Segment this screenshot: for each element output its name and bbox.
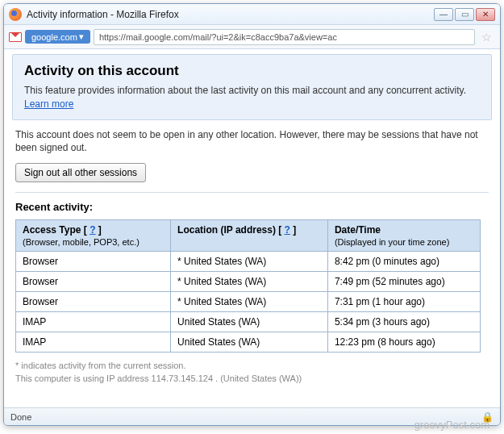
cell-datetime: 7:31 pm (1 hour ago) [327,292,480,312]
gmail-icon [9,32,22,42]
bookmark-star-icon[interactable]: ☆ [478,31,495,44]
cell-access: Browser [16,252,171,272]
col-location: Location (IP address) [ ? ] [171,220,328,252]
table-row: Browser* United States (WA)7:49 pm (52 m… [16,272,481,292]
session-status-text: This account does not seem to be open in… [15,128,489,156]
close-button[interactable]: ✕ [476,8,495,21]
help-location-link[interactable]: ? [285,224,290,236]
status-bar: Done 🔒 [4,407,500,425]
address-bar-row: google.com ▾ https://mail.google.com/mai… [4,25,500,49]
cell-location: * United States (WA) [171,292,328,312]
table-row: Browser* United States (WA)8:42 pm (0 mi… [16,252,481,272]
firefox-icon [9,8,22,21]
cell-location: United States (WA) [171,312,328,332]
cell-location: * United States (WA) [171,272,328,292]
site-identity-pill[interactable]: google.com ▾ [25,30,90,44]
maximize-button[interactable]: ▭ [455,8,474,21]
col-datetime: Date/Time (Displayed in your time zone) [327,220,480,252]
cell-access: IMAP [16,332,171,353]
window-titlebar[interactable]: Activity information - Mozilla Firefox —… [4,4,500,25]
table-header-row: Access Type [ ? ] (Browser, mobile, POP3… [16,220,481,252]
window-controls: — ▭ ✕ [434,8,495,21]
minimize-button[interactable]: — [434,8,453,21]
site-identity-label: google.com [31,32,77,42]
cell-access: Browser [16,272,171,292]
cell-datetime: 12:23 pm (8 hours ago) [327,332,480,353]
cell-datetime: 8:42 pm (0 minutes ago) [327,252,480,272]
cell-access: Browser [16,292,171,312]
page-description: This feature provides information about … [24,84,480,111]
cell-datetime: 5:34 pm (3 hours ago) [327,312,480,332]
page-header-block: Activity on this account This feature pr… [12,54,492,120]
url-text: https://mail.google.com/mail/?ui=2&ik=c8… [99,32,337,42]
cell-datetime: 7:49 pm (52 minutes ago) [327,272,480,292]
cell-location: United States (WA) [171,332,328,353]
firefox-window: Activity information - Mozilla Firefox —… [3,3,501,426]
table-row: Browser* United States (WA)7:31 pm (1 ho… [16,292,481,312]
cell-access: IMAP [16,312,171,332]
page-title: Activity on this account [24,63,480,79]
window-title: Activity information - Mozilla Firefox [27,9,434,20]
address-bar[interactable]: https://mail.google.com/mail/?ui=2&ik=c8… [94,29,475,45]
col-access-type: Access Type [ ? ] (Browser, mobile, POP3… [16,220,171,252]
table-row: IMAPUnited States (WA)5:34 pm (3 hours a… [16,312,481,332]
sign-out-sessions-button[interactable]: Sign out all other sessions [15,163,146,182]
status-text: Done [10,412,31,422]
help-access-type-link[interactable]: ? [90,224,95,236]
recent-activity-title: Recent activity: [15,201,489,213]
table-row: IMAPUnited States (WA)12:23 pm (8 hours … [16,332,481,353]
divider [15,192,489,193]
chevron-down-icon: ▾ [79,31,84,42]
activity-table: Access Type [ ? ] (Browser, mobile, POP3… [15,219,481,353]
page-content: Activity on this account This feature pr… [4,49,500,407]
learn-more-link[interactable]: Learn more [24,98,73,110]
footnote-ip: This computer is using IP address 114.73… [15,373,489,383]
footnote-asterisk: * indicates activity from the current se… [15,361,489,370]
cell-location: * United States (WA) [171,252,328,272]
lock-icon: 🔒 [481,411,494,423]
